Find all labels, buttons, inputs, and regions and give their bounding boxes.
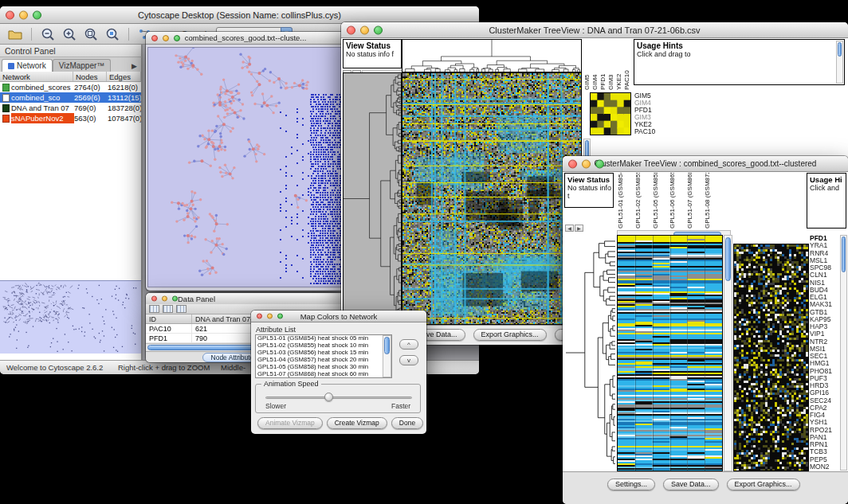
heatmap-canvas[interactable] [617,235,723,471]
column-header-network[interactable]: Network [0,72,73,81]
zoom-button[interactable] [174,35,180,41]
tab-scroll-right-icon[interactable] [132,62,141,72]
network-edge-count: 13112(15) [108,92,141,103]
usage-hints-scrollbar[interactable] [836,41,843,84]
network-table-header: Network Nodes Edges [0,72,142,82]
column-header-nodes[interactable]: Nodes [73,72,107,81]
speed-slider-thumb[interactable] [324,393,333,401]
treeview-button[interactable]: Settings... [607,479,655,490]
status-hscrollbar [565,225,583,232]
network-list-row[interactable]: DNA and Tran 07769(0)183728(0) [0,103,141,113]
scrollbar-thumb[interactable] [842,236,846,272]
network-file-icon [2,115,10,123]
network-canvas[interactable] [147,47,344,287]
status-hint-zoom: Right-click + drag to ZOOM [118,363,210,372]
network-name: DNA and Tran 07 [11,103,74,113]
scroll-left-icon[interactable] [565,225,574,232]
zoom-button[interactable] [374,25,383,34]
row-dendrogram-canvas[interactable] [564,235,615,470]
minimize-button[interactable] [582,159,591,168]
done-button[interactable]: Done [391,417,423,429]
tab-vizmapper[interactable]: VizMapper™ [53,59,112,72]
close-button[interactable] [151,35,158,41]
heatmap-canvas[interactable] [402,72,582,325]
main-titlebar[interactable]: Cytoscape Desktop (Session Name: collins… [0,6,479,24]
column-label: GPL51-08 (GSM872 [704,173,721,229]
scrollbar-thumb[interactable] [384,337,390,354]
column-label: GPL51-05 (GSM858 [652,173,669,229]
network-overview-canvas[interactable] [1,282,139,354]
move-up-button[interactable]: ^ [399,339,418,350]
table-view-icon[interactable] [149,305,159,313]
network-name: sNAPuberNov2 [11,113,74,123]
dialog-titlebar[interactable]: Map Colors to Network [251,311,426,322]
zoom-button[interactable] [172,296,178,302]
network-file-icon [2,104,10,112]
attribute-listbox[interactable]: GPL51-01 (GSM854) heat shock 05 minGPL51… [255,334,392,378]
select-attributes-icon[interactable] [163,305,173,313]
network-tab-icon [8,63,14,69]
toolbar-separator [31,28,32,41]
tab-network[interactable]: Network [2,59,53,72]
column-label: GIM3 [607,39,615,90]
close-button[interactable] [151,296,157,302]
cluster-thumbnail-canvas[interactable] [590,92,631,135]
treeview1-titlebar[interactable]: ClusterMaker TreeView : DNA and Tran 07-… [341,22,848,38]
zoom-out-icon[interactable] [39,26,57,42]
close-button[interactable] [568,159,577,168]
create-vizmap-button[interactable]: Create Vizmap [327,417,387,429]
network-overview-panel[interactable] [0,280,142,354]
tv2-column-labels: GPL51-01 (GSM854GPL51-02 (GSM855GPL51-05… [617,173,721,229]
data-panel-titlebar[interactable]: Data Panel [146,293,345,305]
tv2-vscrollbar[interactable] [724,235,732,471]
column-header-id[interactable]: ID [146,315,192,323]
gene-label[interactable]: MON2 [810,463,840,471]
scroll-right-icon[interactable] [575,225,583,232]
network-node-count: 2764(0) [74,82,108,92]
scrollbar-thumb[interactable] [838,42,842,57]
column-label: GPL51-01 (GSM854 [617,173,634,229]
network-view-titlebar[interactable]: combined_scores_good.txt--cluste... [146,32,345,45]
column-dendrogram-canvas[interactable] [402,39,582,72]
attribute-editor-icon[interactable] [176,305,186,313]
scrollbar-thumb[interactable] [725,237,731,281]
minimize-button[interactable] [19,10,28,19]
treeview-button[interactable]: Export Graphics... [727,479,800,490]
network-edge-count: 183728(0) [108,103,141,113]
speed-slider-track[interactable] [265,397,412,399]
column-header-edges[interactable]: Edges [107,72,141,81]
scrollbar-thumb[interactable] [147,345,267,350]
gene-list-scrollbar[interactable] [840,235,847,471]
close-button[interactable] [347,25,355,34]
network-list-row[interactable]: combined_sco2569(6)13112(15) [0,92,141,103]
close-button[interactable] [6,10,14,19]
animate-vizmap-button[interactable]: Animate Vizmap [257,417,323,429]
usage-hints-title: Usage Hi [807,174,846,184]
minimize-button[interactable] [267,314,273,319]
network-list-row[interactable]: sNAPuberNov2563(0)107847(0) [0,113,141,123]
attribute-list-scrollbar[interactable] [383,335,391,377]
treeview2-titlebar[interactable]: ClusterMaker TreeView : combined_scores_… [563,156,848,172]
control-panel-title: Control Panel [5,46,56,56]
minimize-button[interactable] [360,25,369,34]
zoom-selected-icon[interactable] [104,26,121,42]
network-list-row[interactable]: combined_scores2764(0)16218(0) [0,82,141,92]
zoom-button[interactable] [33,10,41,19]
zoom-in-icon[interactable] [61,26,78,42]
open-session-icon[interactable] [6,26,24,42]
treeview-button[interactable]: Save Data... [663,479,719,490]
secondary-heatmap-canvas[interactable] [733,244,809,471]
attribute-item[interactable]: GPL51-07 (GSM868) heat shock 60 min [256,371,382,377]
close-button[interactable] [257,314,262,319]
network-node-count: 2569(6) [74,92,108,103]
zoom-button[interactable] [595,159,604,168]
minimize-button[interactable] [163,35,169,41]
window-controls [151,296,178,302]
move-down-button[interactable]: v [399,355,418,365]
minimize-button[interactable] [162,296,167,302]
usage-hints-panel: Usage Hints Click and drag to [634,39,845,85]
zoom-button[interactable] [277,314,283,319]
zoom-fit-icon[interactable] [82,26,100,42]
treeview-button[interactable]: Export Graphics... [473,329,547,341]
row-dendrogram-canvas[interactable] [343,72,402,325]
